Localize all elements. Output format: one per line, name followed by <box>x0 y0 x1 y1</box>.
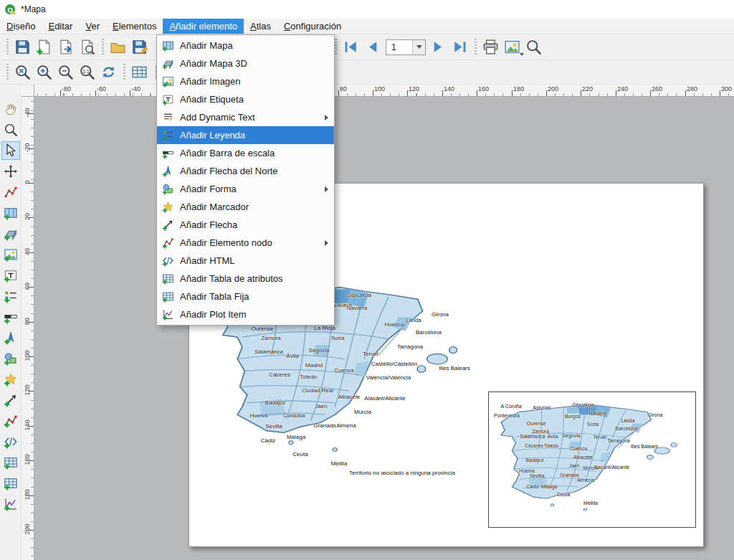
preview-atlas-button[interactable] <box>523 37 545 58</box>
menu-item-add-north-arrow[interactable]: Añadir Flecha del Norte <box>157 162 334 180</box>
add-marker-icon <box>162 201 174 213</box>
refresh-view-button[interactable] <box>98 62 120 83</box>
zoom-full-button[interactable] <box>12 62 34 83</box>
map-label: A Coruña <box>500 404 521 409</box>
add-marker-icon <box>4 372 18 386</box>
show-grid-button[interactable] <box>129 62 151 83</box>
add-label-button[interactable] <box>1 266 20 285</box>
menu-ver[interactable]: Ver <box>79 19 106 34</box>
map-label: Albacete <box>338 394 360 400</box>
map-label: Asturias <box>533 405 550 410</box>
add-image-button[interactable] <box>1 245 20 264</box>
add-attribute-table-button[interactable] <box>1 453 20 472</box>
submenu-arrow-icon <box>325 240 328 246</box>
menu-item-add-shape[interactable]: Añadir Forma <box>157 180 334 198</box>
add-map-button[interactable] <box>1 204 20 222</box>
add-north-arrow-button[interactable] <box>1 328 20 347</box>
add-image-icon <box>162 75 174 87</box>
pan-layout-button[interactable] <box>1 100 20 118</box>
layout-canvas[interactable]: GipuzkoaAraba/ÁlavaNavarraGironaLleidaHu… <box>34 97 734 560</box>
menu-item-add-legend[interactable]: Añadir Leyenda <box>157 126 334 144</box>
toolbar-grip[interactable] <box>123 64 125 81</box>
add-plot-item-button[interactable] <box>1 495 20 513</box>
zoom-in-button[interactable] <box>34 62 55 83</box>
magnifier-icon <box>525 39 542 55</box>
menu-item-add-attribute-table[interactable]: Añadir Tabla de atributos <box>157 270 334 288</box>
map-label: Cuenca <box>570 446 587 451</box>
toolbar-grip[interactable] <box>6 39 9 56</box>
menu-atlas[interactable]: Atlas <box>244 19 277 34</box>
add-scalebar-button[interactable] <box>1 308 20 326</box>
map-label: Salamanca <box>254 348 283 355</box>
map-label: Tarragona <box>397 343 423 350</box>
zoom-tool-button[interactable] <box>1 120 20 139</box>
menu-item-add-3d-map[interactable]: Añadir Mapa 3D <box>157 54 334 72</box>
map-label: Cáceres <box>525 443 543 448</box>
menu-elementos[interactable]: Elementos <box>106 19 163 34</box>
menu-item-add-plot-item[interactable]: Añadir Plot Item <box>157 305 334 323</box>
menu-item-add-map[interactable]: Añadir Mapa <box>157 37 334 54</box>
add-node-item-button[interactable] <box>1 412 20 430</box>
layout-manager-button[interactable] <box>77 37 98 58</box>
new-layout-button[interactable] <box>34 37 55 58</box>
atlas-page-combo[interactable]: 1 <box>386 39 426 55</box>
add-fixed-table-button[interactable] <box>1 474 20 493</box>
add-marker-button[interactable] <box>1 370 20 389</box>
layout-toolbar: 1 <box>0 34 734 60</box>
vertical-ruler[interactable]: -40-20020406080100120140160180200 <box>22 97 34 560</box>
menu-item-label: Añadir HTML <box>180 255 235 266</box>
menu-item-label: Añadir Marcador <box>180 201 249 212</box>
move-item-content-button[interactable] <box>1 162 20 181</box>
menu-item-add-image[interactable]: Añadir Imagen <box>157 72 334 90</box>
menu-item-add-fixed-table[interactable]: Añadir Tabla Fija <box>157 288 334 305</box>
map-label: Navarra <box>589 411 607 416</box>
add-3d-map-button[interactable] <box>1 224 20 243</box>
atlas-next-feature-button[interactable] <box>428 37 449 58</box>
zoom-actual-button[interactable] <box>77 62 98 83</box>
edit-nodes-item-button[interactable] <box>1 183 20 201</box>
map-label: Sevilla <box>530 473 545 478</box>
menu-item-add-dynamic-text[interactable]: Add Dynamic Text <box>157 108 334 126</box>
add-shape-button[interactable] <box>1 349 20 368</box>
horizontal-ruler[interactable]: -80-60-40-200204060801001201401601802002… <box>34 85 734 97</box>
menu-item-add-node-item[interactable]: Añadir Elemento nodo <box>157 234 334 252</box>
menu-item-add-arrow[interactable]: Añadir Flecha <box>157 216 334 234</box>
toolbar-grip[interactable] <box>6 64 9 81</box>
export-atlas-button[interactable] <box>502 37 523 58</box>
menu-item-add-html[interactable]: Añadir HTML <box>157 252 334 270</box>
zoom-out-button[interactable] <box>55 62 77 83</box>
map-label: Girona <box>432 311 449 318</box>
menu-item-add-marker[interactable]: Añadir Marcador <box>157 198 334 216</box>
map-label: Cuenca <box>334 367 354 374</box>
toolbar-grip[interactable] <box>102 39 104 56</box>
add-items-from-template-button[interactable] <box>108 37 129 58</box>
add-legend-button[interactable] <box>1 287 20 305</box>
menu-item-add-scalebar[interactable]: Añadir Barra de escala <box>157 144 334 162</box>
add-node-item-icon <box>162 237 174 249</box>
atlas-first-feature-button[interactable] <box>340 37 362 58</box>
atlas-previous-feature-button[interactable] <box>362 37 383 58</box>
select-move-item-button[interactable] <box>1 141 20 160</box>
combo-dropdown-button[interactable] <box>412 40 425 54</box>
save-project-button[interactable] <box>12 37 34 58</box>
atlas-last-feature-button[interactable] <box>449 37 471 58</box>
menu-diseno[interactable]: Diseño <box>0 19 42 34</box>
add-html-button[interactable] <box>1 432 20 451</box>
map-label: Ceuta <box>292 451 308 457</box>
menu-configuracion[interactable]: Configuración <box>277 19 348 34</box>
map-label: Ourense <box>527 421 546 426</box>
map-label: Segovia <box>562 433 580 438</box>
map-label: Huesca <box>384 321 404 328</box>
menu-editar[interactable]: Editar <box>42 19 79 34</box>
menu-anadir-elemento[interactable]: Añadir elemento <box>163 19 244 34</box>
add-arrow-button[interactable] <box>1 391 20 409</box>
print-atlas-button[interactable] <box>480 37 502 58</box>
menu-item-add-label[interactable]: Añadir Etiqueta <box>157 90 334 108</box>
save-as-template-button[interactable] <box>129 37 151 58</box>
toolbar-grip[interactable] <box>475 39 477 56</box>
atlas-page-value: 1 <box>391 42 396 52</box>
duplicate-layout-button[interactable] <box>55 37 77 58</box>
magnifier-icon <box>4 123 18 137</box>
toolbar-grip[interactable] <box>335 39 337 56</box>
map-label: Illes Balears <box>439 365 470 371</box>
